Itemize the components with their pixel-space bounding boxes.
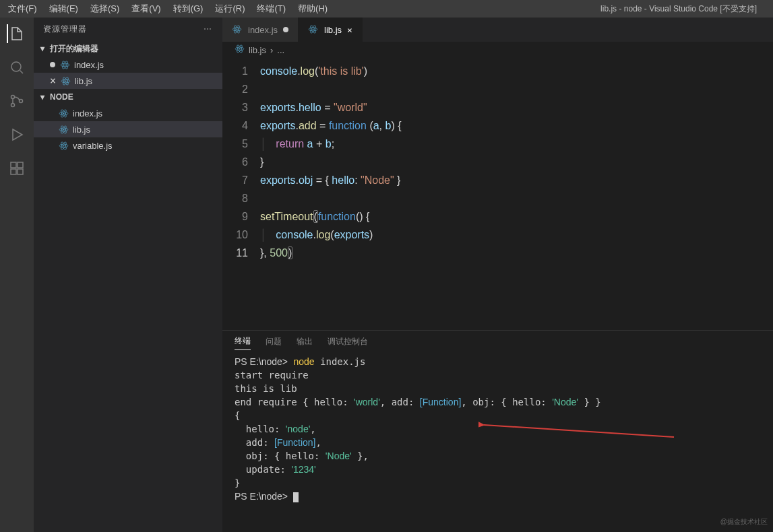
open-editor-item[interactable]: index.js bbox=[34, 57, 222, 73]
panel-tab-output[interactable]: 输出 bbox=[297, 336, 313, 350]
menu-bar: 文件(F) 编辑(E) 选择(S) 查看(V) 转到(G) 运行(R) 终端(T… bbox=[0, 0, 773, 18]
menu-select[interactable]: 选择(S) bbox=[85, 1, 125, 16]
panel-tab-debug[interactable]: 调试控制台 bbox=[328, 336, 368, 350]
menu-edit[interactable]: 编辑(E) bbox=[44, 1, 84, 16]
svg-point-23 bbox=[63, 129, 64, 130]
file-item[interactable]: index.js bbox=[34, 105, 222, 121]
file-name: index.js bbox=[73, 108, 102, 119]
svg-point-19 bbox=[63, 112, 64, 114]
extensions-icon[interactable] bbox=[7, 159, 26, 178]
code-editor[interactable]: 1234567891011 console.log('this is lib')… bbox=[222, 58, 773, 330]
svg-point-0 bbox=[11, 62, 21, 71]
more-icon[interactable]: ⋯ bbox=[204, 24, 213, 34]
react-file-icon bbox=[58, 124, 69, 135]
svg-point-39 bbox=[239, 48, 241, 50]
svg-point-1 bbox=[11, 96, 15, 99]
breadcrumb-file: lib.js bbox=[249, 45, 266, 55]
watermark: @掘金技术社区 bbox=[720, 517, 768, 527]
modified-dot-icon bbox=[50, 62, 55, 67]
file-name: lib.js bbox=[75, 76, 92, 86]
close-icon[interactable]: × bbox=[347, 25, 352, 35]
explorer-icon[interactable] bbox=[7, 24, 26, 43]
code-content[interactable]: console.log('this is lib') exports.hello… bbox=[260, 58, 773, 330]
tab-lib-js[interactable]: lib.js × bbox=[299, 18, 363, 42]
open-editor-item[interactable]: × lib.js bbox=[34, 73, 222, 89]
file-name: lib.js bbox=[73, 125, 90, 135]
debug-icon[interactable] bbox=[7, 125, 26, 144]
menu-file[interactable]: 文件(F) bbox=[3, 1, 42, 16]
terminal[interactable]: PS E:\node> node index.js start require … bbox=[222, 355, 773, 532]
file-name: variable.js bbox=[73, 141, 113, 151]
panel-tabs: 终端 问题 输出 调试控制台 bbox=[222, 331, 773, 355]
menu-goto[interactable]: 转到(G) bbox=[168, 1, 209, 16]
tab-bar: index.js lib.js × bbox=[222, 18, 773, 42]
search-icon[interactable] bbox=[7, 58, 26, 77]
react-file-icon bbox=[59, 59, 70, 70]
svg-point-15 bbox=[65, 80, 66, 81]
tab-label: lib.js bbox=[324, 25, 342, 35]
breadcrumb[interactable]: lib.js › ... bbox=[222, 42, 773, 58]
open-editors-header[interactable]: ▾打开的编辑器 bbox=[34, 40, 222, 57]
svg-point-31 bbox=[237, 29, 238, 30]
file-item[interactable]: variable.js bbox=[34, 137, 222, 154]
activity-bar bbox=[0, 18, 34, 532]
svg-rect-6 bbox=[11, 169, 16, 174]
react-file-icon bbox=[60, 75, 71, 86]
chevron-right-icon: › bbox=[270, 45, 273, 55]
react-file-icon bbox=[235, 44, 245, 56]
tab-index-js[interactable]: index.js bbox=[222, 18, 299, 42]
menu-run[interactable]: 运行(R) bbox=[210, 1, 250, 16]
svg-point-35 bbox=[313, 29, 314, 30]
svg-rect-7 bbox=[18, 169, 23, 174]
react-file-icon bbox=[232, 24, 243, 35]
svg-rect-5 bbox=[18, 162, 23, 168]
react-file-icon bbox=[58, 108, 69, 119]
folder-header[interactable]: ▾NODE bbox=[34, 89, 222, 105]
panel-tab-problems[interactable]: 问题 bbox=[266, 336, 282, 350]
modified-dot-icon bbox=[283, 27, 288, 32]
panel-tab-terminal[interactable]: 终端 bbox=[235, 335, 251, 350]
svg-point-2 bbox=[11, 104, 15, 107]
annotation-arrow bbox=[478, 417, 681, 444]
svg-rect-4 bbox=[11, 162, 16, 168]
file-name: index.js bbox=[74, 60, 104, 70]
explorer-sidebar: 资源管理器 ⋯ ▾打开的编辑器 index.js × lib.js ▾NODE … bbox=[34, 18, 222, 532]
menu-terminal[interactable]: 终端(T) bbox=[251, 1, 291, 16]
sidebar-title: 资源管理器 ⋯ bbox=[34, 18, 222, 40]
svg-line-40 bbox=[484, 425, 674, 437]
file-item[interactable]: lib.js bbox=[34, 121, 222, 137]
source-control-icon[interactable] bbox=[7, 92, 26, 110]
panel: 终端 问题 输出 调试控制台 PS E:\node> node index.js… bbox=[222, 330, 773, 532]
close-icon[interactable]: × bbox=[50, 75, 56, 87]
line-gutter: 1234567891011 bbox=[222, 58, 260, 330]
window-title: lib.js - node - Visual Studio Code [不受支持… bbox=[600, 3, 757, 15]
menu-view[interactable]: 查看(V) bbox=[126, 1, 166, 16]
react-file-icon bbox=[58, 140, 69, 151]
react-file-icon bbox=[308, 24, 319, 35]
svg-point-27 bbox=[63, 145, 64, 146]
editor-group: index.js lib.js × lib.js › ... 123456789… bbox=[222, 18, 773, 532]
svg-point-11 bbox=[64, 64, 65, 65]
breadcrumb-more: ... bbox=[277, 45, 284, 55]
menu-help[interactable]: 帮助(H) bbox=[292, 1, 333, 16]
tab-label: index.js bbox=[248, 25, 278, 35]
